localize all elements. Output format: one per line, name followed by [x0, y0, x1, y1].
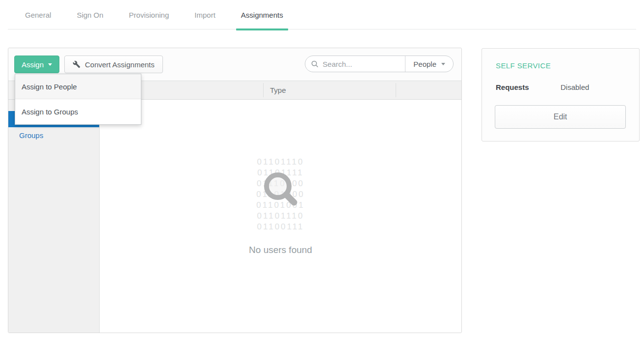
tab-import[interactable]: Import [189, 7, 220, 29]
search-scope-dropdown[interactable]: People [405, 56, 453, 72]
column-divider [396, 83, 396, 97]
menu-item-assign-to-groups[interactable]: Assign to Groups [15, 99, 141, 124]
binary-row: 01101110 [256, 157, 304, 168]
edit-button[interactable]: Edit [495, 105, 626, 129]
tab-provisioning[interactable]: Provisioning [124, 7, 174, 29]
binary-row: 01101110 [256, 211, 304, 222]
search-input[interactable] [322, 60, 400, 68]
assign-dropdown-menu: Assign to People Assign to Groups [15, 74, 141, 125]
tab-assignments[interactable]: Assignments [236, 7, 288, 29]
assignment-filters-sidebar: People Groups [8, 100, 100, 333]
self-service-title: SELF SERVICE [496, 61, 551, 70]
chevron-down-icon [48, 63, 52, 66]
sidebar-item-groups[interactable]: Groups [8, 127, 99, 143]
search-box [305, 56, 405, 72]
column-divider [263, 83, 264, 97]
search-icon [311, 60, 319, 68]
menu-item-assign-to-people[interactable]: Assign to People [15, 74, 141, 99]
search-filter-group: People [305, 56, 454, 72]
magnifier-icon [263, 171, 299, 209]
assign-button[interactable]: Assign [14, 56, 59, 73]
tab-general[interactable]: General [20, 7, 56, 29]
chevron-down-icon [441, 63, 445, 65]
search-scope-value: People [413, 60, 436, 68]
column-header-type: Type [270, 81, 286, 99]
binary-art: 01101110 01101111 01110100 01101000 0110… [256, 157, 304, 232]
binary-row: 01100111 [256, 222, 304, 232]
requests-label: Requests [496, 83, 561, 91]
app-tabs: General Sign On Provisioning Import Assi… [8, 7, 636, 29]
convert-assignments-button[interactable]: Convert Assignments [64, 56, 163, 73]
assignments-content: 01101110 01101111 01110100 01101000 0110… [100, 100, 461, 333]
self-service-panel: SELF SERVICE Requests Disabled Edit [482, 48, 640, 141]
assign-button-label: Assign [22, 60, 44, 69]
requests-status-value: Disabled [561, 83, 589, 91]
empty-state-message: No users found [100, 245, 461, 255]
convert-assignments-label: Convert Assignments [85, 60, 155, 69]
empty-state: 01101110 01101111 01110100 01101000 0110… [100, 100, 461, 255]
requests-row: Requests Disabled [496, 83, 625, 91]
wrench-icon [73, 60, 80, 68]
tab-sign-on[interactable]: Sign On [72, 7, 108, 29]
